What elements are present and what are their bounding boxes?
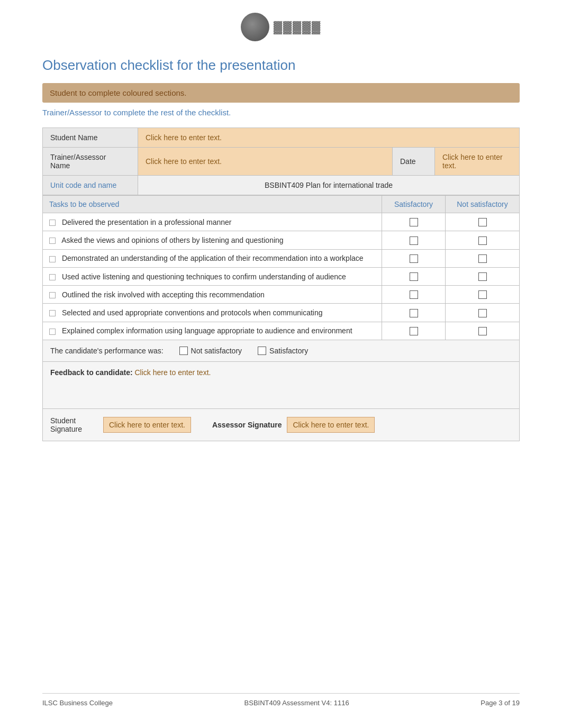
checkbox-icon [478,254,487,263]
task-cell-3: Demonstrated an understanding of the app… [43,249,382,267]
table-row: Demonstrated an understanding of the app… [43,249,520,267]
not-satisfactory-header: Not satisfactory [446,196,520,213]
student-signature-input[interactable]: Click here to enter text. [103,417,191,433]
checkbox-icon [410,236,418,245]
unit-code-value: BSBINT409 Plan for international trade [138,176,520,195]
checklist-header-row: Tasks to be observed Satisfactory Not sa… [43,196,520,213]
not-satisfactory-checkbox-4[interactable] [446,267,520,285]
task-cell-7: Explained complex information using lang… [43,322,382,340]
not-satisfactory-checkbox-2[interactable] [446,231,520,249]
trainer-name-row: Trainer/Assessor Name Click here to ente… [43,148,520,176]
footer-center: BSBINT409 Assessment V4: 1116 [244,699,349,707]
satisfactory-header: Satisfactory [382,196,446,213]
satisfactory-option-label: Satisfactory [269,347,308,355]
satisfactory-checkbox-6[interactable] [382,304,446,322]
date-label: Date [393,148,435,176]
satisfactory-checkbox-1[interactable] [382,213,446,231]
checkbox-icon [478,272,487,281]
footer: ILSC Business College BSBINT409 Assessme… [42,693,520,707]
feedback-label: Feedback to candidate: [50,368,133,377]
performance-cell: The candidate's performance was: Not sat… [43,340,520,362]
table-row: Selected and used appropriate convention… [43,304,520,322]
page: ▓▓▓▓▓ Observation checklist for the pres… [0,0,562,728]
satisfactory-checkbox-3[interactable] [382,249,446,267]
satisfactory-checkbox-2[interactable] [382,231,446,249]
unit-code-label: Unit code and name [43,176,138,195]
checkbox-icon [410,254,418,263]
signature-cell: Student Signature Click here to enter te… [43,409,520,441]
checkbox-icon [410,218,418,226]
checkbox-icon [478,290,487,299]
performance-inner: The candidate's performance was: Not sat… [50,347,512,355]
not-satisfactory-checkbox-1[interactable] [446,213,520,231]
task-bullet-icon [49,238,56,244]
feedback-row: Feedback to candidate: Click here to ent… [43,362,520,409]
not-satisfactory-checkbox-7[interactable] [446,322,520,340]
table-row: Explained complex information using lang… [43,322,520,340]
task-cell-4: Used active listening and questioning te… [43,267,382,285]
not-satisfactory-option[interactable]: Not satisfactory [179,347,242,355]
checkbox-icon [179,347,188,355]
tasks-header: Tasks to be observed [43,196,382,213]
table-row: Used active listening and questioning te… [43,267,520,285]
not-satisfactory-checkbox-3[interactable] [446,249,520,267]
not-satisfactory-checkbox-5[interactable] [446,286,520,304]
trainer-name-input[interactable]: Click here to enter text. [138,148,393,176]
performance-row: The candidate's performance was: Not sat… [43,340,520,362]
trainer-name-label: Trainer/Assessor Name [43,148,138,176]
satisfactory-checkbox-7[interactable] [382,322,446,340]
info-table: Student Name Click here to enter text. T… [42,128,520,195]
table-row: Delivered the presentation in a professi… [43,213,520,231]
footer-left: ILSC Business College [42,699,113,707]
satisfactory-option[interactable]: Satisfactory [258,347,308,355]
header-logo-area: ▓▓▓▓▓ [0,0,562,47]
checkbox-icon [258,347,266,355]
assessor-signature-input[interactable]: Click here to enter text. [287,417,375,433]
logo-circle-icon [241,13,269,41]
student-instruction-text: Student to complete coloured sections. [50,88,187,97]
task-cell-2: Asked the views and opinions of others b… [43,231,382,249]
student-name-label: Student Name [43,128,138,148]
task-bullet-icon [49,292,56,298]
task-cell-1: Delivered the presentation in a professi… [43,213,382,231]
student-name-input[interactable]: Click here to enter text. [138,128,520,148]
performance-label: The candidate's performance was: [50,347,164,355]
checkbox-icon [478,327,487,335]
assessor-signature-label: Assessor Signature [212,421,282,429]
not-satisfactory-checkbox-6[interactable] [446,304,520,322]
table-row: Asked the views and opinions of others b… [43,231,520,249]
feedback-cell: Feedback to candidate: Click here to ent… [43,362,520,409]
checkbox-icon [410,272,418,281]
feedback-input[interactable]: Click here to enter text. [134,368,211,377]
checkbox-icon [478,236,487,245]
not-satisfactory-option-label: Not satisfactory [191,347,242,355]
student-signature-label: Student Signature [50,416,103,433]
task-cell-6: Selected and used appropriate convention… [43,304,382,322]
page-title: Observation checklist for the presentati… [42,57,520,74]
checklist-table: Tasks to be observed Satisfactory Not sa… [42,195,520,441]
trainer-instruction-text: Trainer/Assessor to complete the rest of… [42,108,520,117]
task-cell-5: Outlined the risk involved with acceptin… [43,286,382,304]
main-content: Observation checklist for the presentati… [0,47,562,462]
date-input[interactable]: Click here to enter text. [435,148,520,176]
checkbox-icon [410,309,418,317]
satisfactory-checkbox-4[interactable] [382,267,446,285]
checkbox-icon [478,218,487,226]
logo-text: ▓▓▓▓▓ [274,20,321,34]
student-name-row: Student Name Click here to enter text. [43,128,520,148]
task-bullet-icon [49,220,56,226]
student-instruction-bar: Student to complete coloured sections. [42,83,520,103]
checkbox-icon [410,290,418,299]
satisfactory-checkbox-5[interactable] [382,286,446,304]
task-bullet-icon [49,256,56,262]
task-bullet-icon [49,310,56,316]
task-bullet-icon [49,329,56,335]
unit-code-row: Unit code and name BSBINT409 Plan for in… [43,176,520,195]
checkbox-icon [410,327,418,335]
table-row: Outlined the risk involved with acceptin… [43,286,520,304]
signature-row: Student Signature Click here to enter te… [43,409,520,441]
checkbox-icon [478,309,487,317]
task-bullet-icon [49,274,56,280]
signature-section: Student Signature Click here to enter te… [50,416,512,433]
footer-right: Page 3 of 19 [481,699,520,707]
